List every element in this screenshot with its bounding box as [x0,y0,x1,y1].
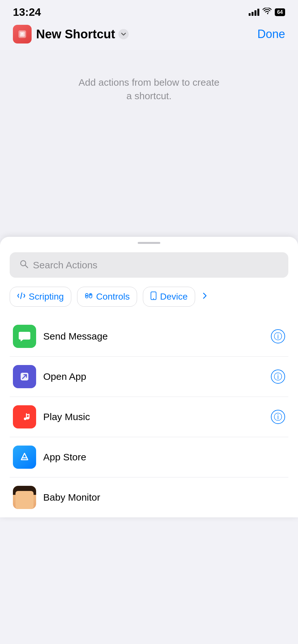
device-label: Device [160,292,188,302]
send-message-icon [13,325,36,348]
drag-handle[interactable] [138,242,160,244]
action-item-app-store[interactable]: App Store [10,437,288,477]
placeholder-text: Add actions from below to create a short… [79,76,220,103]
category-row: Scripting Controls Device [10,287,288,307]
play-music-icon [13,405,36,428]
category-controls[interactable]: Controls [77,287,137,307]
svg-point-9 [153,298,154,299]
scripting-label: Scripting [29,292,64,302]
open-app-info-button[interactable]: ⓘ [271,370,285,384]
bottom-panel: Search Actions Scripting [0,237,298,517]
category-more-arrow[interactable] [202,292,207,302]
send-message-info-button[interactable]: ⓘ [271,329,285,343]
search-placeholder: Search Actions [33,260,97,271]
send-message-label: Send Message [43,331,264,342]
nav-title-text: New Shortcut [36,27,129,41]
page-title: New Shortcut [36,27,115,41]
action-item-play-music[interactable]: Play Music ⓘ [10,397,288,437]
search-bar[interactable]: Search Actions [10,252,288,278]
action-item-baby-monitor[interactable]: Baby Monitor [10,477,288,517]
wifi-icon [263,8,272,17]
search-icon [19,259,28,271]
baby-monitor-icon [13,486,36,509]
svg-point-12 [26,417,29,419]
open-app-label: Open App [43,371,264,382]
scripting-icon [17,292,25,302]
action-item-send-message[interactable]: Send Message ⓘ [10,316,288,357]
device-icon [150,292,157,302]
action-item-open-app[interactable]: Open App ⓘ [10,357,288,397]
svg-point-11 [24,418,26,420]
category-device[interactable]: Device [143,287,195,307]
app-store-icon [13,446,36,469]
shortcut-app-icon [13,25,32,43]
battery-icon: 64 [275,8,285,16]
open-app-icon [13,365,36,388]
nav-bar: New Shortcut Done [0,22,298,50]
status-icons: 64 [249,8,285,17]
play-music-label: Play Music [43,411,264,422]
svg-rect-1 [20,32,25,37]
svg-point-6 [86,295,87,297]
done-button[interactable]: Done [257,27,285,41]
play-music-info-button[interactable]: ⓘ [271,410,285,424]
action-list: Send Message ⓘ Open App ⓘ [10,316,288,517]
main-content-area: Add actions from below to create a short… [0,50,298,237]
signal-icon [249,9,259,16]
svg-point-7 [90,294,91,296]
controls-icon [84,292,93,302]
app-store-label: App Store [43,452,285,463]
title-dropdown-button[interactable] [118,29,129,39]
status-bar: 13:24 64 [0,0,298,22]
baby-monitor-label: Baby Monitor [43,492,285,503]
status-time: 13:24 [13,6,41,18]
nav-title-area: New Shortcut [13,25,129,43]
svg-line-3 [25,265,28,268]
category-scripting[interactable]: Scripting [10,287,71,307]
controls-label: Controls [96,292,130,302]
